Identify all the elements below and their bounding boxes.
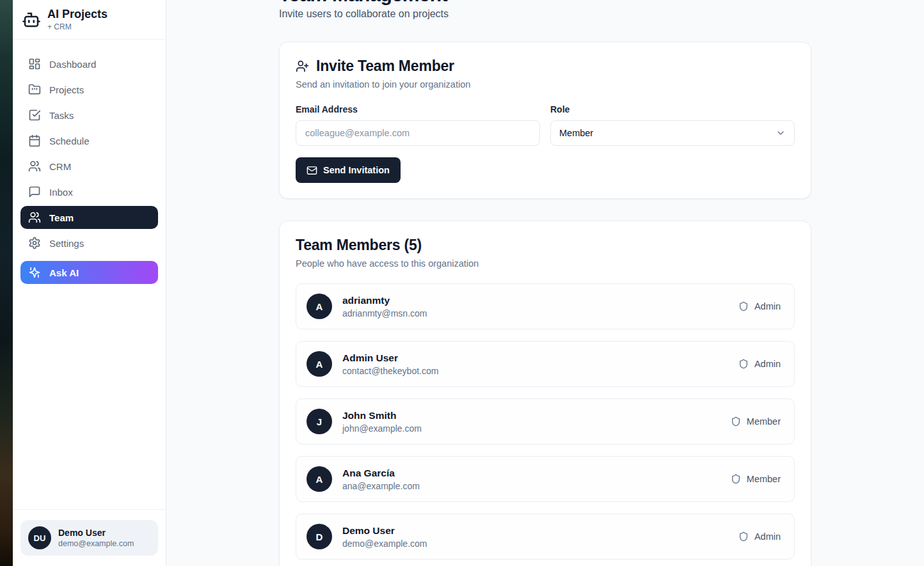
mail-icon bbox=[307, 165, 317, 176]
member-email: ana@example.com bbox=[342, 481, 420, 491]
sidebar-item-label: Settings bbox=[49, 238, 84, 249]
member-role-label: Admin bbox=[754, 531, 781, 542]
member-row: A adrianmty adrianmty@msn.com Admin bbox=[296, 283, 795, 329]
send-invitation-button[interactable]: Send Invitation bbox=[296, 157, 401, 183]
avatar: A bbox=[307, 351, 332, 377]
gear-icon bbox=[28, 237, 41, 249]
sidebar-item-label: CRM bbox=[49, 161, 71, 172]
chevron-down-icon bbox=[776, 128, 786, 138]
member-name: adrianmty bbox=[342, 295, 427, 306]
main-content: Team Management Invite users to collabor… bbox=[166, 0, 924, 566]
member-role-badge: Admin bbox=[738, 359, 784, 369]
sidebar-item-label: Tasks bbox=[49, 110, 74, 121]
shield-icon bbox=[738, 359, 749, 369]
member-email: adrianmty@msn.com bbox=[342, 308, 427, 318]
shield-icon bbox=[731, 416, 741, 427]
users-icon bbox=[28, 211, 41, 224]
projects-folder-icon bbox=[28, 83, 41, 96]
shield-icon bbox=[731, 474, 741, 484]
member-role-label: Admin bbox=[754, 359, 781, 369]
role-select[interactable]: Member bbox=[550, 120, 795, 146]
member-name: Demo User bbox=[342, 525, 427, 537]
avatar: D bbox=[307, 524, 332, 549]
member-role-badge: Admin bbox=[738, 531, 784, 542]
member-role-badge: Admin bbox=[738, 301, 784, 311]
avatar: DU bbox=[28, 526, 51, 549]
sidebar-item-schedule[interactable]: Schedule bbox=[20, 129, 158, 152]
user-plus-icon bbox=[296, 59, 309, 73]
users-icon bbox=[28, 160, 41, 173]
sidebar-item-inbox[interactable]: Inbox bbox=[20, 180, 158, 203]
invite-card-subtitle: Send an invitation to join your organiza… bbox=[296, 79, 795, 90]
role-select-value: Member bbox=[559, 128, 593, 138]
sidebar-nav: Dashboard Projects Tasks Schedule CRM bbox=[13, 40, 166, 284]
ask-ai-button[interactable]: Ask AI bbox=[20, 261, 158, 284]
avatar: A bbox=[307, 294, 332, 319]
send-invitation-label: Send Invitation bbox=[323, 165, 390, 175]
avatar: A bbox=[307, 466, 332, 492]
member-name: John Smith bbox=[342, 410, 422, 421]
ask-ai-label: Ask AI bbox=[49, 267, 79, 278]
desktop-background-strip bbox=[0, 0, 13, 566]
role-label: Role bbox=[550, 104, 795, 114]
member-name: Ana García bbox=[342, 468, 420, 479]
current-user-card[interactable]: DU Demo User demo@example.com bbox=[20, 520, 158, 556]
shield-icon bbox=[738, 301, 749, 311]
tasks-check-icon bbox=[28, 109, 41, 122]
sidebar-item-label: Schedule bbox=[49, 136, 90, 146]
invite-team-member-card: Invite Team Member Send an invitation to… bbox=[279, 42, 811, 199]
sidebar-footer: DU Demo User demo@example.com bbox=[13, 509, 166, 566]
current-user-email: demo@example.com bbox=[58, 539, 134, 548]
member-row: D Demo User demo@example.com Admin bbox=[296, 514, 795, 560]
member-role-label: Member bbox=[747, 416, 781, 427]
page-subtitle: Invite users to collaborate on projects bbox=[279, 8, 811, 20]
member-email: john@example.com bbox=[342, 423, 422, 434]
member-role-badge: Member bbox=[731, 416, 784, 427]
members-card-title: Team Members (5) bbox=[296, 237, 795, 254]
member-row: A Admin User contact@thekeybot.com Admin bbox=[296, 341, 795, 387]
sidebar-item-tasks[interactable]: Tasks bbox=[20, 104, 158, 127]
team-members-card: Team Members (5) People who have access … bbox=[279, 221, 811, 566]
member-email: contact@thekeybot.com bbox=[342, 366, 438, 376]
sparkles-icon bbox=[28, 266, 41, 279]
email-address-label: Email Address bbox=[296, 104, 540, 114]
app-title: AI Projects bbox=[47, 8, 108, 21]
sidebar-item-label: Dashboard bbox=[49, 59, 96, 70]
sidebar-item-team[interactable]: Team bbox=[20, 206, 158, 229]
robot-logo-icon bbox=[22, 10, 41, 29]
member-row: A Ana García ana@example.com Member bbox=[296, 456, 795, 502]
invite-card-title: Invite Team Member bbox=[316, 58, 454, 75]
app-logo: AI Projects + CRM bbox=[13, 0, 166, 40]
sidebar-item-label: Projects bbox=[49, 84, 84, 95]
sidebar-item-dashboard[interactable]: Dashboard bbox=[20, 52, 158, 75]
member-name: Admin User bbox=[342, 352, 438, 364]
sidebar-item-crm[interactable]: CRM bbox=[20, 155, 158, 178]
sidebar-item-label: Team bbox=[49, 212, 74, 223]
members-card-subtitle: People who have access to this organizat… bbox=[296, 258, 795, 269]
sidebar-item-label: Inbox bbox=[49, 187, 73, 198]
dashboard-icon bbox=[28, 58, 41, 70]
app-subtitle: + CRM bbox=[47, 22, 108, 31]
member-role-badge: Member bbox=[731, 474, 784, 484]
shield-icon bbox=[738, 531, 749, 542]
message-icon bbox=[28, 185, 41, 198]
member-role-label: Member bbox=[747, 474, 781, 484]
current-user-name: Demo User bbox=[58, 528, 134, 538]
avatar: J bbox=[307, 409, 332, 434]
sidebar-item-projects[interactable]: Projects bbox=[20, 78, 158, 101]
page-title: Team Management bbox=[279, 0, 811, 6]
member-list: A adrianmty adrianmty@msn.com Admin A bbox=[296, 283, 795, 560]
sidebar: AI Projects + CRM Dashboard Projects Tas… bbox=[13, 0, 166, 566]
member-email: demo@example.com bbox=[342, 538, 427, 549]
member-row: J John Smith john@example.com Member bbox=[296, 398, 795, 444]
calendar-icon bbox=[28, 134, 41, 147]
member-role-label: Admin bbox=[754, 301, 781, 311]
sidebar-item-settings[interactable]: Settings bbox=[20, 232, 158, 255]
email-input[interactable] bbox=[296, 120, 540, 146]
